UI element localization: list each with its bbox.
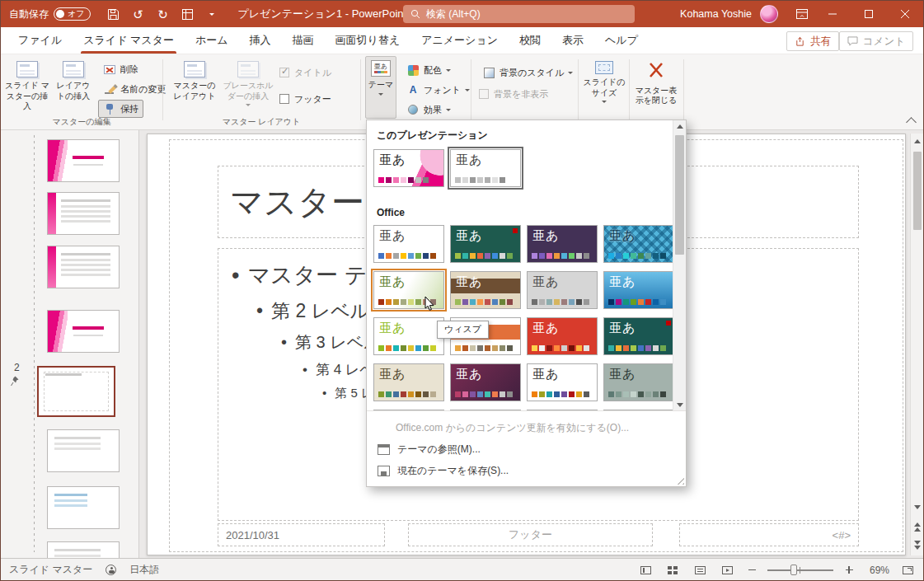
master-layout-button[interactable]: マスターのレイアウト	[169, 57, 220, 123]
footer-placeholder[interactable]: フッター	[408, 523, 653, 546]
customize-qat-button[interactable]	[201, 3, 223, 25]
theme-tile[interactable]: 亜あ	[450, 225, 521, 263]
close-button[interactable]	[887, 1, 923, 27]
fonts-button[interactable]: A フォント	[401, 81, 475, 99]
preserve-button[interactable]: 保持	[98, 100, 143, 118]
redo-button[interactable]: ↻	[152, 3, 173, 25]
theme-tile[interactable]: 亜あ	[450, 363, 521, 401]
tab-ホーム[interactable]: ホーム	[185, 27, 239, 54]
insert-slide-master-button[interactable]: スライド マスターの挿入	[4, 57, 50, 123]
slide-number-placeholder[interactable]: <#>	[679, 523, 859, 546]
themes-footer-item[interactable]: 現在のテーマを保存(S)...	[367, 460, 686, 481]
save-button[interactable]	[102, 3, 124, 25]
scroll-up-button[interactable]	[911, 135, 923, 148]
reading-view-button[interactable]	[691, 562, 709, 579]
zoom-percent-label[interactable]: 69%	[865, 565, 889, 576]
title-checkbox[interactable]: タイトル	[279, 65, 331, 80]
theme-tile[interactable]: 亜あ	[373, 149, 444, 187]
vertical-scrollbar[interactable]	[910, 134, 924, 555]
collapse-ribbon-button[interactable]	[906, 117, 917, 128]
themes-scroll-thumb[interactable]	[675, 135, 684, 255]
theme-tile[interactable]: 亜あ	[527, 225, 598, 263]
slide-thumbnail[interactable]	[47, 429, 120, 472]
hide-background-checkbox[interactable]: 背景を非表示	[479, 87, 548, 101]
zoom-slider-handle[interactable]	[790, 565, 797, 575]
delete-button[interactable]: 削除	[98, 60, 143, 78]
colors-button[interactable]: 配色	[401, 61, 456, 79]
fit-to-window-button[interactable]	[898, 562, 917, 579]
undo-button[interactable]: ↺	[127, 3, 148, 25]
theme-tile[interactable]: 亜あ	[373, 271, 444, 309]
effects-button[interactable]: 効果	[401, 101, 456, 119]
theme-tile[interactable]: 亜あ	[603, 363, 673, 401]
swatch	[408, 299, 414, 305]
previous-slide-button[interactable]	[911, 519, 924, 534]
background-styles-button[interactable]: 背景のスタイル	[477, 63, 578, 82]
insert-placeholder-button[interactable]: プレースホルダーの挿入	[222, 57, 274, 123]
theme-tile[interactable]: 亜あ	[603, 317, 673, 355]
zoom-out-button[interactable]	[745, 564, 758, 577]
insert-layout-button[interactable]: レイアウトの挿入	[52, 57, 95, 123]
slide-thumbnail[interactable]	[47, 310, 120, 353]
tab-挿入[interactable]: 挿入	[239, 27, 282, 54]
slide-thumbnail[interactable]	[47, 192, 120, 235]
scrollbar-thumb[interactable]	[913, 152, 922, 230]
language-label[interactable]: 日本語	[129, 563, 159, 577]
rename-label: 名前の変更	[120, 83, 166, 96]
scroll-down-button[interactable]	[911, 501, 923, 513]
tab-表示[interactable]: 表示	[551, 27, 594, 54]
user-name[interactable]: Kohama Yoshie	[680, 8, 752, 20]
slide-thumbnail[interactable]	[47, 139, 120, 182]
rename-button[interactable]: 名前の変更	[98, 80, 171, 98]
theme-tile[interactable]: 亜あ	[527, 363, 598, 401]
slide-thumbnail[interactable]	[47, 246, 120, 288]
tab-描画[interactable]: 描画	[282, 27, 325, 54]
close-master-view-button[interactable]: マスター表示を閉じる	[632, 57, 680, 123]
minimize-button[interactable]	[814, 1, 851, 27]
slide-size-button[interactable]: スライドのサイズ	[581, 57, 627, 123]
comments-button[interactable]: コメント	[839, 31, 913, 51]
autosave-toggle[interactable]: オフ	[54, 7, 91, 21]
tab-校閲[interactable]: 校閲	[509, 27, 551, 54]
theme-swatches	[608, 345, 666, 351]
slideshow-button[interactable]	[718, 562, 736, 579]
themes-scroll-up[interactable]	[673, 120, 686, 133]
avatar[interactable]	[760, 5, 778, 23]
slide-sorter-button[interactable]	[664, 562, 682, 579]
theme-tile[interactable]: 亜あ	[527, 271, 598, 309]
themes-scrollbar[interactable]	[673, 120, 686, 412]
normal-view-button[interactable]	[636, 562, 654, 579]
theme-tile[interactable]: 亜あ	[373, 225, 444, 263]
theme-tile[interactable]: 亜あ	[527, 317, 598, 355]
ribbon-display-options-button[interactable]	[790, 1, 814, 27]
zoom-slider[interactable]	[767, 569, 833, 571]
accessibility-icon[interactable]	[106, 565, 116, 575]
touch-mode-button[interactable]	[176, 3, 198, 25]
autosave-control[interactable]: 自動保存 オフ	[9, 7, 91, 21]
theme-tile[interactable]: 亜あ	[603, 225, 673, 263]
theme-tile[interactable]: 亜あ	[603, 271, 673, 309]
delete-icon	[104, 65, 115, 74]
footer-checkbox[interactable]: フッター	[279, 91, 331, 106]
theme-tile[interactable]: 亜あ	[373, 363, 444, 401]
date-placeholder[interactable]: 2021/10/31	[218, 523, 385, 546]
themes-scroll-down[interactable]	[673, 399, 686, 411]
tab-スライド マスター[interactable]: スライド マスター	[73, 27, 185, 54]
tab-アニメーション[interactable]: アニメーション	[410, 27, 509, 54]
zoom-in-button[interactable]	[842, 564, 856, 577]
slide-thumbnail[interactable]	[47, 541, 120, 558]
tab-画面切り替え[interactable]: 画面切り替え	[325, 27, 411, 54]
slide-thumbnail[interactable]	[47, 486, 120, 529]
tab-ヘルプ[interactable]: ヘルプ	[594, 27, 649, 54]
search-box[interactable]: 検索 (Alt+Q)	[403, 5, 635, 23]
themes-button[interactable]: 亜あ テーマ	[365, 56, 396, 119]
maximize-button[interactable]	[851, 1, 887, 27]
theme-tile[interactable]: 亜あ	[373, 317, 444, 355]
share-button[interactable]: 共有	[786, 31, 839, 51]
theme-tile[interactable]: 亜あ	[450, 271, 521, 309]
tab-ファイル[interactable]: ファイル	[7, 27, 73, 54]
themes-footer-item[interactable]: テーマの参照(M)...	[367, 438, 686, 460]
next-slide-button[interactable]	[911, 537, 924, 552]
theme-tile[interactable]: 亜あ	[450, 149, 521, 187]
slide-thumbnail[interactable]	[37, 366, 115, 417]
